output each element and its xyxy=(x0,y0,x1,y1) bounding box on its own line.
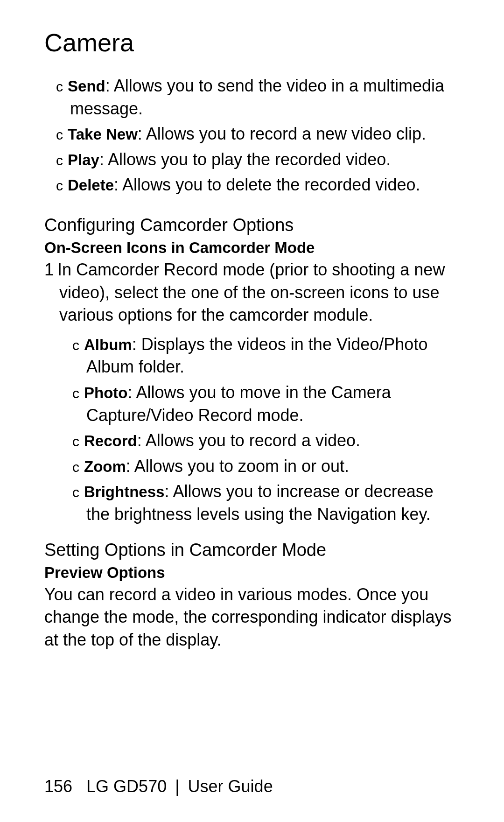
bullet-icon: c xyxy=(72,459,79,475)
section-configuring-heading: Conﬁguring Camcorder Options xyxy=(44,215,460,235)
desc: : Allows you to zoom in or out. xyxy=(126,457,349,476)
list-item: c Photo: Allows you to move in the Camer… xyxy=(72,381,460,427)
desc: : Allows you to send the video in a mult… xyxy=(70,76,444,118)
list-item: c Brightness: Allows you to increase or … xyxy=(72,480,460,526)
term: Brightness xyxy=(84,483,164,500)
list-item: c Take New: Allows you to record a new v… xyxy=(56,123,460,146)
bullet-icon: c xyxy=(56,127,63,142)
step-text: In Camcorder Record mode (prior to shoot… xyxy=(57,260,445,324)
bullet-icon: c xyxy=(72,337,79,353)
footer-separator: | xyxy=(175,777,179,796)
term: Album xyxy=(84,336,132,353)
icon-options-list: c Album: Displays the videos in the Vide… xyxy=(44,333,460,526)
term: Photo xyxy=(84,384,127,401)
step-item: 1In Camcorder Record mode (prior to shoo… xyxy=(44,259,460,327)
bullet-icon: c xyxy=(72,386,79,401)
bullet-icon: c xyxy=(56,178,63,193)
bullet-icon: c xyxy=(56,79,63,94)
list-item: c Play: Allows you to play the recorded … xyxy=(56,148,460,171)
list-item: c Delete: Allows you to delete the recor… xyxy=(56,174,460,197)
page-footer: 156 LG GD570 | User Guide xyxy=(44,777,273,796)
term: Record xyxy=(84,432,137,450)
term: Play xyxy=(68,151,99,169)
desc: : Allows you to delete the recorded vide… xyxy=(114,175,420,194)
subheading-preview-options: Preview Options xyxy=(44,564,460,582)
page-title: Camera xyxy=(44,28,460,57)
section-setting-options-heading: Setting Options in Camcorder Mode xyxy=(44,540,460,560)
bullet-icon: c xyxy=(56,153,63,168)
list-item: c Album: Displays the videos in the Vide… xyxy=(72,333,460,379)
page-number: 156 xyxy=(44,777,72,796)
term: Take New xyxy=(68,126,138,143)
desc: : Allows you to move in the Camera Captu… xyxy=(86,383,391,425)
numbered-steps: 1In Camcorder Record mode (prior to shoo… xyxy=(44,259,460,327)
term: Send xyxy=(68,77,105,95)
top-options-list: c Send: Allows you to send the video in … xyxy=(44,75,460,197)
list-item: c Record: Allows you to record a video. xyxy=(72,429,460,452)
step-number: 1 xyxy=(44,259,57,281)
term: Delete xyxy=(68,176,114,194)
bullet-icon: c xyxy=(72,434,79,449)
bullet-icon: c xyxy=(72,485,79,500)
list-item: c Zoom: Allows you to zoom in or out. xyxy=(72,455,460,478)
desc: : Allows you to record a video. xyxy=(137,431,360,450)
term: Zoom xyxy=(84,458,126,475)
preview-options-paragraph: You can record a video in various modes.… xyxy=(44,583,460,652)
desc: : Allows you to play the recorded video. xyxy=(99,150,391,169)
list-item: c Send: Allows you to send the video in … xyxy=(56,75,460,120)
desc: : Allows you to record a new video clip. xyxy=(138,124,426,143)
desc: : Displays the videos in the Video/Photo… xyxy=(86,335,427,377)
subheading-onscreen-icons: On-Screen Icons in Camcorder Mode xyxy=(44,239,460,257)
footer-label: User Guide xyxy=(188,777,273,796)
product-name: LG GD570 xyxy=(86,777,167,796)
